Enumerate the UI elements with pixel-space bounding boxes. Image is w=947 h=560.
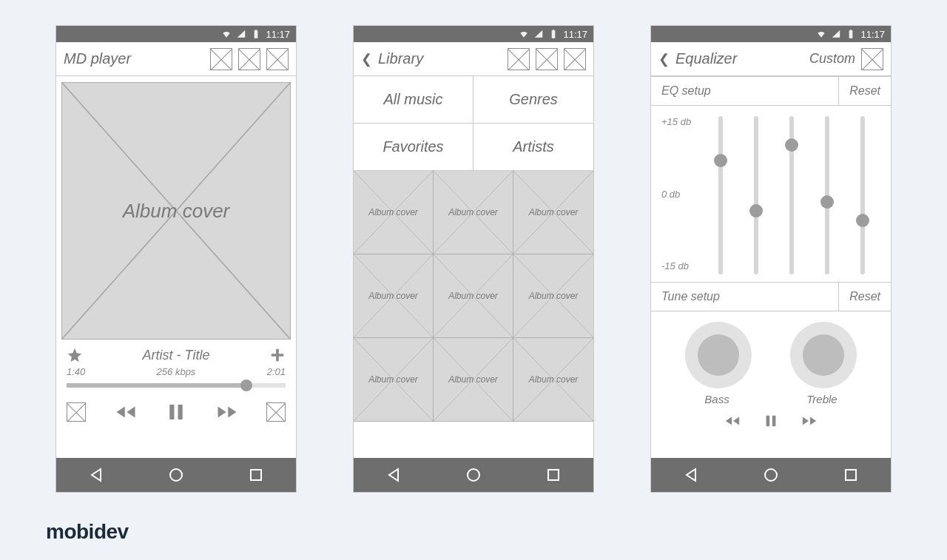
eq-reset-button[interactable]: Reset: [849, 84, 880, 98]
playback-controls: [56, 395, 296, 429]
wifi-icon: [519, 29, 529, 39]
eq-scale-mid: 0 db: [661, 189, 698, 200]
page-title: Equalizer: [675, 50, 737, 67]
track-title: Artist - Title: [90, 348, 262, 363]
signal-icon: [831, 29, 841, 39]
brand-logo: mobidev: [46, 520, 129, 544]
back-icon[interactable]: ❮: [361, 51, 372, 67]
status-bar: 11:17: [354, 26, 593, 42]
seek-bar[interactable]: [67, 383, 286, 388]
tune-reset-button[interactable]: Reset: [849, 290, 880, 303]
svg-point-2: [170, 469, 182, 481]
appbar-action[interactable]: [861, 48, 883, 70]
page-title: MD player: [64, 50, 131, 67]
album-cell[interactable]: Album cover: [434, 171, 513, 254]
eq-slider-1[interactable]: [718, 116, 723, 274]
forward-button[interactable]: [801, 413, 818, 432]
nav-home-icon[interactable]: [167, 466, 185, 484]
bass-label: Bass: [704, 393, 729, 405]
app-bar: ❮ Library: [354, 42, 593, 76]
svg-point-24: [765, 469, 777, 481]
appbar-action-3[interactable]: [266, 48, 289, 70]
battery-icon: [251, 29, 261, 39]
page-title: Library: [378, 50, 423, 67]
shuffle-button[interactable]: [67, 402, 86, 422]
now-playing-row: Artist - Title: [56, 340, 296, 366]
category-genres[interactable]: Genres: [474, 76, 593, 124]
album-cell[interactable]: Album cover: [434, 254, 513, 338]
album-grid[interactable]: Album cover Album cover Album cover Albu…: [354, 171, 593, 422]
star-icon[interactable]: [67, 347, 83, 363]
category-all-music[interactable]: All music: [354, 76, 474, 124]
album-cover-label: Album cover: [123, 200, 230, 223]
phone-library: 11:17 ❮ Library All music Genres Favorit…: [353, 25, 594, 493]
pause-button[interactable]: [165, 401, 187, 423]
appbar-action-1[interactable]: [210, 48, 232, 70]
rewind-button[interactable]: [724, 413, 741, 432]
album-cell[interactable]: Album cover: [354, 254, 434, 338]
phone-equalizer: 11:17 ❮ Equalizer Custom EQ setup Reset …: [650, 25, 892, 493]
treble-label: Treble: [806, 393, 837, 405]
nav-back-icon[interactable]: [87, 466, 105, 484]
appbar-action-3[interactable]: [564, 48, 586, 70]
nav-back-icon[interactable]: [385, 466, 402, 484]
album-cover[interactable]: Album cover: [61, 82, 291, 340]
nav-home-icon[interactable]: [465, 466, 482, 484]
album-cell[interactable]: Album cover: [354, 338, 434, 422]
system-nav: [651, 458, 891, 492]
status-bar: 11:17: [651, 26, 891, 42]
album-cell[interactable]: Album cover: [513, 254, 593, 338]
eq-section-header: EQ setup Reset: [651, 76, 891, 106]
eq-slider-5[interactable]: [860, 116, 865, 274]
album-cell[interactable]: Album cover: [354, 171, 434, 254]
album-label: Album cover: [368, 374, 418, 385]
bass-knob[interactable]: [685, 322, 752, 388]
forward-button[interactable]: [216, 401, 238, 423]
appbar-action-2[interactable]: [238, 48, 260, 70]
treble-knob[interactable]: [790, 322, 857, 388]
status-time: 11:17: [563, 29, 587, 40]
eq-slider-3[interactable]: [789, 116, 794, 274]
category-grid: All music Genres Favorites Artists: [354, 76, 593, 171]
eq-area: +15 db 0 db -15 db: [651, 106, 891, 282]
pause-button[interactable]: [763, 413, 779, 432]
album-cell[interactable]: Album cover: [434, 338, 513, 422]
knob-row: [651, 311, 891, 391]
nav-back-icon[interactable]: [682, 466, 700, 484]
album-cell[interactable]: Album cover: [513, 338, 593, 422]
meta-row: 1:40 256 kbps 2:01: [56, 366, 296, 377]
album-label: Album cover: [448, 291, 498, 301]
album-label: Album cover: [368, 207, 418, 217]
total-time: 2:01: [267, 366, 286, 377]
wifi-icon: [816, 29, 826, 39]
eq-slider-4[interactable]: [825, 116, 829, 274]
category-artists[interactable]: Artists: [474, 124, 593, 171]
category-favorites[interactable]: Favorites: [354, 124, 474, 171]
back-icon[interactable]: ❮: [658, 51, 670, 67]
repeat-button[interactable]: [266, 402, 286, 422]
nav-recent-icon[interactable]: [545, 466, 562, 484]
system-nav: [56, 458, 296, 492]
mini-playback: [651, 410, 891, 436]
appbar-action-1[interactable]: [508, 48, 530, 70]
eq-sliders: [703, 116, 880, 274]
preset-label[interactable]: Custom: [809, 51, 855, 67]
eq-slider-2[interactable]: [754, 116, 758, 274]
album-label: Album cover: [529, 374, 579, 385]
battery-icon: [846, 29, 856, 39]
nav-recent-icon[interactable]: [247, 466, 265, 484]
status-time: 11:17: [860, 29, 885, 40]
status-time: 11:17: [266, 29, 290, 40]
plus-icon[interactable]: [269, 347, 286, 363]
svg-rect-25: [846, 470, 856, 480]
album-cell[interactable]: Album cover: [513, 171, 593, 254]
tune-section-header: Tune setup Reset: [651, 282, 891, 311]
bitrate: 256 kbps: [85, 366, 266, 377]
nav-home-icon[interactable]: [762, 466, 780, 484]
appbar-action-2[interactable]: [536, 48, 558, 70]
svg-rect-3: [251, 470, 261, 480]
album-label: Album cover: [529, 207, 579, 217]
status-bar: 11:17: [56, 26, 296, 42]
nav-recent-icon[interactable]: [842, 466, 860, 484]
rewind-button[interactable]: [115, 401, 137, 423]
